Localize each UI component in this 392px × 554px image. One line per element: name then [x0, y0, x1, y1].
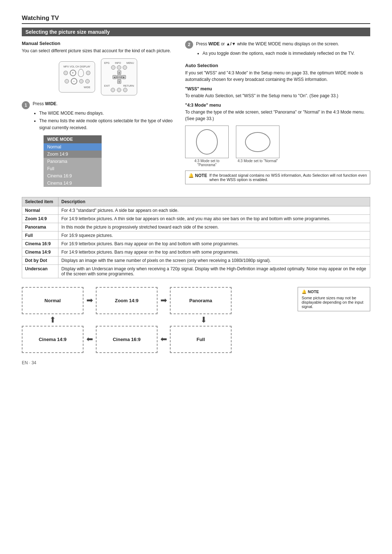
- wide-mode-menu: WIDE MODE Normal Zoom 14:9 Panorama Full…: [44, 135, 102, 187]
- step-2-bullet: As you toggle down the options, each mod…: [203, 50, 370, 57]
- page-title: Watching TV: [22, 15, 370, 24]
- table-row-desc: For 4:3 "standard" pictures. A side bar …: [58, 206, 370, 214]
- flow-box-cinema169: Cinema 16:9: [96, 326, 158, 353]
- step-2-number: 2: [185, 41, 193, 49]
- auto-selection-body: If you set "WSS" and "4:3 Mode" in the S…: [185, 70, 370, 83]
- flow-box-zoom: Zoom 14:9: [96, 287, 158, 314]
- table-row-item: Dot by Dot: [22, 256, 58, 264]
- table-col1: Selected item: [22, 197, 58, 206]
- table-row-desc: Displays an image with the same number o…: [58, 256, 370, 264]
- table-row-desc: For 14:9 letterbox pictures. Bars may ap…: [58, 248, 370, 256]
- section-header: Selecting the picture size manually: [22, 28, 370, 36]
- manual-selection-title: Manual Selection: [22, 41, 174, 46]
- mode-normal-img: [236, 126, 279, 158]
- flow-note-text: Some picture sizes may not be displayabl…: [302, 296, 366, 309]
- flow-box-cinema149: Cinema 14:9: [22, 326, 83, 353]
- mode-normal-caption: 4:3 Mode set to "Normal": [236, 159, 279, 163]
- mode43-body: To change the type of the wide screen, s…: [185, 109, 370, 122]
- step-1-bullet-1: The WIDE MODE menu displays.: [39, 110, 174, 117]
- step-1-number: 1: [22, 101, 30, 109]
- note-box: 🔔 NOTE If the broadcast signal contains …: [185, 171, 370, 184]
- table-row-item: Zoom 14:9: [22, 214, 58, 223]
- step-2-text: Press WIDE or ▲/▼ while the WIDE MODE me…: [196, 41, 370, 47]
- wss-menu-title: "WSS" menu: [185, 86, 370, 91]
- auto-selection-title: Auto Selection: [185, 63, 370, 68]
- flow-arrow-1: ➡: [86, 296, 93, 305]
- table-row-item: Cinema 16:9: [22, 239, 58, 248]
- flow-box-normal: Normal: [22, 287, 83, 314]
- table-row-desc: In this mode the picture is progressivel…: [58, 223, 370, 231]
- manual-selection-body: You can select different picture sizes t…: [22, 48, 174, 54]
- flow-box-panorama: Panorama: [170, 287, 232, 314]
- table-row-item: Panorama: [22, 223, 58, 231]
- description-table: Selected item Description NormalFor 4:3 …: [22, 197, 370, 278]
- mode-panorama-caption: 4:3 Mode set to "Panorama": [185, 159, 229, 167]
- table-row-desc: For 16:9 squeeze pictures.: [58, 231, 370, 239]
- table-row-desc: For 16:9 letterbox pictures. Bars may ap…: [58, 239, 370, 248]
- flow-arrow-4: ⬅: [160, 335, 167, 344]
- flow-arrow-2: ➡: [160, 296, 167, 305]
- table-row-desc: For 14:9 letterbox pictures. A thin side…: [58, 214, 370, 223]
- footer: EN · 34: [22, 360, 370, 365]
- flow-down-arrow: ⬇: [200, 314, 207, 326]
- table-col2: Description: [58, 197, 370, 206]
- step-1-bullet-2: The menu lists the wide mode options sel…: [39, 118, 174, 131]
- table-row-item: Full: [22, 231, 58, 239]
- table-row-item: Cinema 14:9: [22, 248, 58, 256]
- note-icon: 🔔 NOTE: [188, 173, 207, 178]
- wss-menu-body: To enable Auto Selection, set "WSS" in t…: [185, 93, 370, 99]
- flow-note: 🔔 NOTE Some picture sizes may not be dis…: [298, 287, 370, 311]
- table-row-desc: Display with an Underscan image only whe…: [58, 264, 370, 278]
- table-row-item: Normal: [22, 206, 58, 214]
- step-1-text: Press WIDE.: [33, 100, 174, 107]
- mode-panorama-img: [185, 126, 229, 158]
- table-row-item: Underscan: [22, 264, 58, 278]
- remote-2: EPGINFOMENU ▲ ◀ ENTER ▶ ▼: [101, 58, 137, 95]
- flow-box-full: Full: [170, 326, 232, 353]
- remote-1: MFXVOLCHDISPLAY + − WIDE: [59, 61, 95, 93]
- flow-up-arrow: ⬆: [49, 314, 56, 326]
- mode43-title: "4:3 Mode" menu: [185, 103, 370, 108]
- note-text: If the broadcast signal contains no WSS …: [209, 173, 367, 182]
- flow-arrow-3: ⬅: [86, 335, 93, 344]
- flow-note-icon: 🔔: [302, 290, 308, 294]
